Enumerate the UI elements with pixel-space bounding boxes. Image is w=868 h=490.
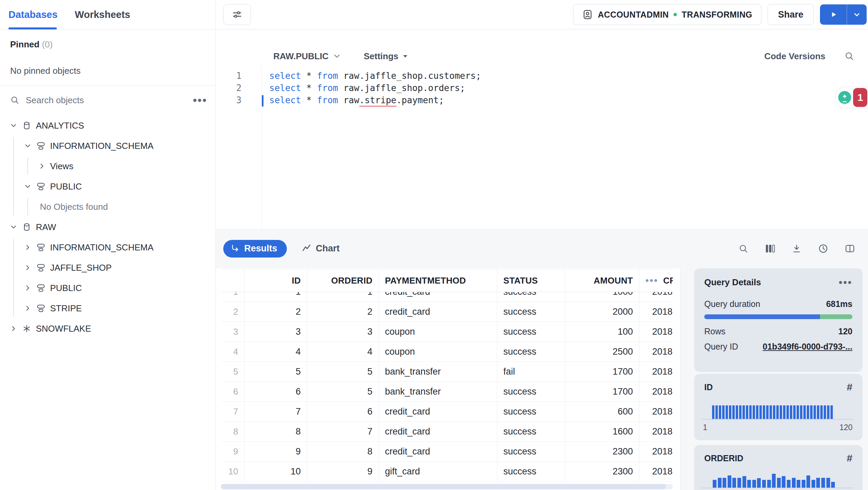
code-line-3[interactable]: select * from raw.stripe.payment;	[269, 94, 481, 106]
cell-orderid: 4	[307, 342, 379, 361]
orderid-histogram[interactable]	[713, 473, 836, 488]
chevron-right-icon[interactable]	[24, 284, 32, 292]
histogram-bar	[817, 405, 819, 419]
column-header-n[interactable]	[221, 269, 245, 292]
schema-icon	[36, 304, 46, 313]
column-overflow-icon[interactable]: •••	[645, 275, 658, 286]
query-details-card: Query Details ••• Query duration 681ms R…	[694, 268, 863, 372]
table-row[interactable]: 555bank_transferfail17002018	[221, 362, 673, 382]
table-row[interactable]: 665bank_transfersuccess17002018	[221, 382, 673, 402]
download-icon[interactable]	[792, 244, 802, 254]
share-button[interactable]: Share	[768, 4, 814, 25]
duration-bar-other	[820, 314, 852, 319]
tab-chart[interactable]: Chart	[302, 243, 340, 254]
query-details-menu-icon[interactable]: •••	[839, 277, 852, 288]
pinned-section-label: Pinned (0)	[10, 39, 53, 50]
code-line-1[interactable]: select * from raw.jaffle_shop.customers;	[269, 70, 481, 82]
query-details-panel: Query Details ••• Query duration 681ms R…	[680, 268, 868, 490]
copilot-suggestion-pill[interactable]: ✦ 1	[835, 87, 868, 108]
split-panel-icon[interactable]	[845, 243, 855, 254]
column-header-status[interactable]: STATUS	[497, 269, 565, 292]
column-header-id[interactable]: ID	[245, 269, 307, 292]
table-row[interactable]: 10109gift_cardsuccess23002018	[221, 462, 673, 482]
chevron-down-icon[interactable]	[9, 223, 18, 231]
tab-databases[interactable]: Databases	[8, 9, 58, 20]
settings-dropdown[interactable]: Settings	[364, 51, 408, 62]
chevron-down-icon[interactable]	[24, 142, 32, 150]
numeric-type-icon[interactable]: #	[847, 382, 852, 392]
table-row[interactable]: 111credit_cardsuccess10002018	[221, 291, 673, 302]
cell-orderid: 3	[307, 322, 379, 341]
tree-item-public[interactable]: PUBLIC	[0, 278, 215, 298]
histogram-bar	[757, 478, 761, 488]
settings-label: Settings	[364, 51, 398, 62]
histogram-bar	[831, 482, 835, 488]
chevron-down-icon[interactable]	[9, 121, 18, 130]
tree-item-public[interactable]: PUBLIC	[0, 176, 215, 197]
role-label: ACCOUNTADMIN	[598, 10, 669, 20]
table-row[interactable]: 444couponsuccess25002018	[221, 342, 673, 362]
table-row[interactable]: 222credit_cardsuccess20002018	[221, 302, 673, 322]
sidebar-more-icon[interactable]: •••	[193, 95, 207, 106]
chevron-right-icon[interactable]	[9, 325, 18, 333]
results-search-icon[interactable]	[738, 244, 749, 254]
tree-item-stripe[interactable]: STRIPE	[0, 298, 215, 318]
id-histogram-axis	[702, 419, 854, 420]
histogram-bar	[803, 405, 806, 419]
chevron-right-icon[interactable]	[24, 264, 32, 272]
chevron-right-icon[interactable]	[24, 304, 32, 312]
histogram-bar	[718, 478, 722, 488]
editor-search-icon[interactable]	[844, 51, 854, 61]
numeric-type-icon[interactable]: #	[847, 453, 852, 463]
chevron-down-icon[interactable]	[24, 182, 32, 191]
tree-item-raw[interactable]: RAW	[0, 217, 215, 237]
histogram-bar	[810, 405, 813, 419]
schema-icon	[36, 283, 46, 293]
code-versions-button[interactable]: Code Versions	[764, 51, 825, 62]
worksheet-config-button[interactable]	[223, 4, 251, 25]
cell-orderid: 6	[307, 402, 379, 421]
tree-item-information-schema[interactable]: INFORMATION_SCHEMA	[0, 237, 215, 258]
column-header-orderid[interactable]: ORDERID	[307, 269, 379, 292]
tree-item-views[interactable]: Views	[0, 156, 215, 176]
tree-item-analytics[interactable]: ANALYTICS	[0, 115, 215, 136]
cell-amount: 100	[565, 322, 639, 341]
columns-icon[interactable]	[765, 243, 775, 254]
database-context-label: RAW.PUBLIC	[273, 51, 328, 62]
tree-item-snowflake[interactable]: SNOWFLAKE	[0, 318, 215, 339]
database-context-dropdown[interactable]: RAW.PUBLIC	[273, 51, 341, 62]
chevron-right-icon[interactable]	[38, 162, 46, 170]
column-header-amount[interactable]: AMOUNT	[565, 269, 639, 292]
cell-status: success	[497, 302, 565, 321]
chevron-right-icon[interactable]	[24, 243, 32, 251]
table-row[interactable]: 887credit_cardsuccess16002018	[221, 422, 673, 442]
horizontal-scrollbar-thumb[interactable]	[221, 484, 666, 489]
column-header-paymentmethod[interactable]: PAYMENTMETHOD	[379, 269, 497, 292]
code-line-2[interactable]: select * from raw.jaffle_shop.orders;	[269, 82, 481, 94]
tree-item-jaffle-shop[interactable]: JAFFLE_SHOP	[0, 258, 215, 278]
object-search[interactable]: Search objects •••	[10, 92, 207, 108]
tree-item-information-schema[interactable]: INFORMATION_SCHEMA	[0, 136, 215, 156]
query-id-link[interactable]: 01b349f6-0000-d793-...	[763, 342, 852, 352]
snowflake-icon	[22, 324, 32, 333]
run-options-button[interactable]	[847, 4, 867, 25]
rows-label: Rows	[704, 327, 726, 336]
table-row[interactable]: 998credit_cardsuccess23002018	[221, 442, 673, 462]
run-button[interactable]	[820, 4, 847, 25]
table-row[interactable]: 776credit_cardsuccess6002018	[221, 402, 673, 422]
code-area[interactable]: select * from raw.jaffle_shop.customers;…	[269, 70, 481, 106]
tab-worksheets[interactable]: Worksheets	[75, 9, 130, 20]
tab-results[interactable]: Results	[223, 240, 287, 258]
table-row[interactable]: 333couponsuccess1002018	[221, 322, 673, 342]
histogram-bar	[743, 476, 746, 488]
topbar-right: ACCOUNTADMIN TRANSFORMING Share	[573, 4, 867, 25]
role-warehouse-selector[interactable]: ACCOUNTADMIN TRANSFORMING	[573, 4, 761, 25]
column-header-created[interactable]: •••CREATED	[639, 269, 673, 292]
orderid-card-title: ORDERID	[704, 453, 743, 463]
schema-icon	[36, 263, 46, 272]
tree-item-label: INFORMATION_SCHEMA	[50, 242, 154, 253]
history-clock-icon[interactable]	[818, 243, 828, 254]
id-histogram[interactable]	[712, 405, 834, 419]
histogram-bar	[830, 405, 833, 419]
cell-status: success	[497, 422, 565, 441]
